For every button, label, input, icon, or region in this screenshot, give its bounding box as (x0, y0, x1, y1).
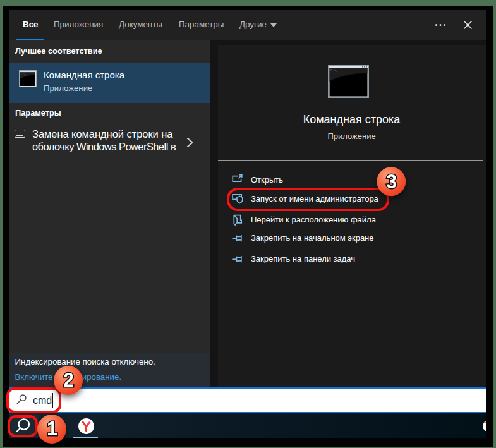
svg-text:2: 2 (63, 369, 74, 391)
svg-text:1: 1 (47, 418, 57, 440)
svg-text:3: 3 (386, 170, 397, 192)
svg-text:C:\_: C:\_ (330, 69, 337, 72)
svg-text:C:\_: C:\_ (21, 73, 27, 76)
